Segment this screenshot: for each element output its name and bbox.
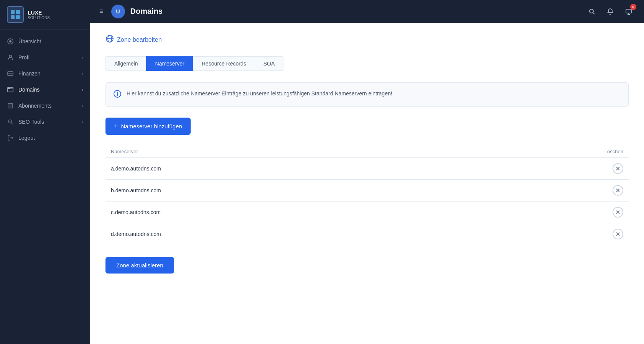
- finanzen-chevron: ›: [82, 71, 83, 76]
- svg-rect-13: [8, 103, 13, 108]
- delete-ns-3-button[interactable]: [613, 207, 623, 218]
- topbar: ≡ U Domains 0: [90, 0, 644, 23]
- avatar: U: [111, 5, 125, 18]
- notifications-icon-btn[interactable]: [604, 5, 616, 18]
- header-delete: Löschen: [604, 149, 623, 154]
- zone-edit-link[interactable]: Zone bearbeiten: [117, 36, 162, 43]
- delete-ns-1-button[interactable]: [613, 163, 623, 174]
- svg-rect-0: [11, 10, 15, 14]
- header-nameserver: Nameserver: [111, 149, 138, 154]
- brand-sub: SOLUTIONS: [28, 16, 50, 20]
- plus-icon: +: [114, 122, 118, 130]
- svg-point-19: [590, 9, 593, 13]
- svg-rect-21: [626, 9, 631, 13]
- brand-name: LUXE: [28, 10, 50, 16]
- table-row: d.demo.autodns.com: [105, 223, 629, 245]
- sidebar-label-profil: Profil: [18, 54, 31, 61]
- logo-icon: [7, 6, 24, 23]
- topbar-icons: 0: [586, 5, 635, 18]
- abonnements-chevron: ›: [82, 103, 83, 108]
- sidebar-item-domains[interactable]: Domains ›: [0, 82, 90, 98]
- svg-point-11: [8, 88, 9, 88]
- ns-value-3: c.demo.autodns.com: [111, 209, 161, 215]
- tab-resource-records[interactable]: Resource Records: [193, 56, 255, 71]
- main-wrapper: ≡ U Domains 0 Zone bearbeiten: [90, 0, 644, 344]
- sidebar-label-seo-tools: SEO-Tools: [18, 119, 44, 125]
- table-row: c.demo.autodns.com: [105, 201, 629, 223]
- svg-line-17: [12, 123, 13, 124]
- ns-value-1: a.demo.autodns.com: [111, 165, 161, 172]
- sidebar-label-abonnements: Abonnements: [18, 103, 51, 109]
- hamburger-icon[interactable]: ≡: [99, 7, 104, 15]
- page-title: Domains: [130, 7, 580, 16]
- domains-icon: [7, 86, 14, 93]
- nameserver-table: Nameserver Löschen a.demo.autodns.com b.…: [105, 146, 629, 245]
- seo-tools-icon: [7, 118, 14, 125]
- profil-icon: [7, 54, 14, 61]
- search-icon-btn[interactable]: [586, 5, 598, 18]
- delete-ns-2-button[interactable]: [613, 185, 623, 196]
- tabs-container: Allgemein Nameserver Resource Records SO…: [105, 56, 629, 71]
- tab-nameserver[interactable]: Nameserver: [146, 56, 193, 71]
- add-button-label: Nameserver hinzufügen: [121, 123, 182, 129]
- tab-allgemein[interactable]: Allgemein: [105, 56, 146, 71]
- add-nameserver-button[interactable]: + Nameserver hinzufügen: [105, 118, 191, 135]
- sidebar: LUXE SOLUTIONS Übersicht Profil ›: [0, 0, 90, 344]
- info-text: Hier kannst du zusätzliche Nameserver Ei…: [127, 90, 392, 98]
- svg-rect-2: [11, 15, 15, 19]
- sidebar-item-seo-tools[interactable]: SEO-Tools ›: [0, 114, 90, 130]
- svg-point-29: [117, 92, 118, 93]
- sidebar-nav: Übersicht Profil › Finanzen ›: [0, 29, 90, 344]
- profil-chevron: ›: [82, 55, 83, 60]
- zone-header: Zone bearbeiten: [105, 34, 629, 45]
- info-box: Hier kannst du zusätzliche Nameserver Ei…: [105, 82, 629, 107]
- table-header: Nameserver Löschen: [105, 146, 629, 158]
- sidebar-label-ubersicht: Übersicht: [18, 38, 41, 44]
- tab-soa[interactable]: SOA: [255, 56, 284, 71]
- content-area: Zone bearbeiten Allgemein Nameserver Res…: [90, 23, 644, 344]
- sidebar-label-domains: Domains: [18, 87, 40, 93]
- svg-point-6: [9, 55, 12, 57]
- info-icon: [114, 90, 121, 100]
- svg-rect-7: [8, 72, 13, 75]
- sidebar-item-abonnements[interactable]: Abonnements ›: [0, 98, 90, 114]
- domains-chevron: ›: [82, 87, 83, 92]
- table-row: b.demo.autodns.com: [105, 180, 629, 201]
- svg-point-12: [9, 88, 10, 88]
- content-inner: Zone bearbeiten Allgemein Nameserver Res…: [90, 23, 644, 344]
- logo-area: LUXE SOLUTIONS: [0, 0, 90, 29]
- globe-icon: [105, 34, 114, 45]
- abonnements-icon: [7, 102, 14, 109]
- ubersicht-icon: [7, 38, 14, 45]
- logout-icon: [7, 134, 14, 141]
- sidebar-item-profil[interactable]: Profil ›: [0, 49, 90, 66]
- sidebar-item-finanzen[interactable]: Finanzen ›: [0, 66, 90, 82]
- sidebar-label-logout: Logout: [18, 135, 35, 141]
- sidebar-label-finanzen: Finanzen: [18, 70, 41, 77]
- sidebar-item-logout[interactable]: Logout: [0, 130, 90, 146]
- table-row: a.demo.autodns.com: [105, 158, 629, 180]
- ns-value-4: d.demo.autodns.com: [111, 231, 161, 237]
- seo-tools-chevron: ›: [82, 120, 83, 124]
- sidebar-item-ubersicht[interactable]: Übersicht: [0, 33, 90, 49]
- svg-point-16: [8, 120, 12, 123]
- delete-ns-4-button[interactable]: [613, 229, 623, 239]
- update-zone-button[interactable]: Zone aktualisieren: [105, 257, 174, 274]
- svg-point-5: [9, 40, 12, 43]
- svg-rect-1: [16, 10, 20, 14]
- ns-value-2: b.demo.autodns.com: [111, 187, 161, 193]
- bell-icon-btn[interactable]: 0: [623, 5, 635, 18]
- finanzen-icon: [7, 70, 14, 77]
- svg-line-20: [593, 13, 595, 14]
- notification-badge: 0: [630, 4, 636, 10]
- svg-rect-3: [16, 15, 20, 19]
